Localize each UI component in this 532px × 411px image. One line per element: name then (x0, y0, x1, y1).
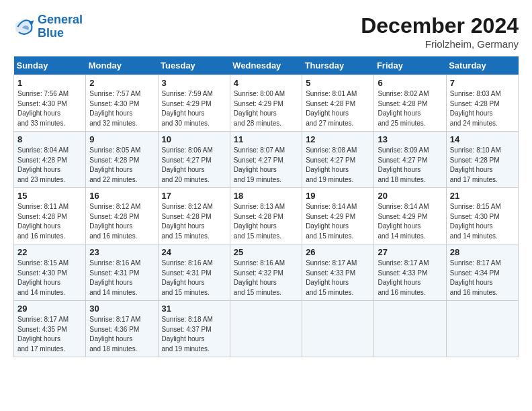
day-cell-22: 22 Sunrise: 8:15 AM Sunset: 4:30 PM Dayl… (14, 244, 86, 301)
day-cell-1: 1 Sunrise: 7:56 AM Sunset: 4:30 PM Dayli… (14, 75, 86, 132)
empty-cell (446, 301, 518, 357)
day-info: Sunrise: 8:12 AM Sunset: 4:28 PM Dayligh… (89, 202, 154, 241)
day-cell-5: 5 Sunrise: 8:01 AM Sunset: 4:28 PM Dayli… (302, 75, 374, 132)
col-header-sunday: Sunday (14, 56, 86, 75)
day-info: Sunrise: 8:16 AM Sunset: 4:31 PM Dayligh… (89, 259, 154, 298)
day-number: 23 (89, 247, 154, 257)
day-cell-30: 30 Sunrise: 8:17 AM Sunset: 4:36 PM Dayl… (86, 301, 158, 357)
day-cell-23: 23 Sunrise: 8:16 AM Sunset: 4:31 PM Dayl… (86, 244, 158, 301)
day-info: Sunrise: 8:03 AM Sunset: 4:28 PM Dayligh… (450, 89, 515, 128)
day-info: Sunrise: 8:08 AM Sunset: 4:27 PM Dayligh… (306, 146, 370, 185)
day-info: Sunrise: 8:17 AM Sunset: 4:33 PM Dayligh… (306, 259, 370, 298)
day-cell-14: 14 Sunrise: 8:10 AM Sunset: 4:28 PM Dayl… (446, 132, 518, 188)
day-number: 9 (89, 134, 154, 144)
day-number: 13 (378, 134, 442, 144)
day-cell-28: 28 Sunrise: 8:17 AM Sunset: 4:34 PM Dayl… (446, 244, 518, 301)
calendar-header-row: SundayMondayTuesdayWednesdayThursdayFrid… (14, 56, 519, 75)
day-info: Sunrise: 8:13 AM Sunset: 4:28 PM Dayligh… (234, 202, 298, 241)
day-info: Sunrise: 7:57 AM Sunset: 4:30 PM Dayligh… (89, 89, 154, 128)
day-cell-18: 18 Sunrise: 8:13 AM Sunset: 4:28 PM Dayl… (230, 188, 302, 244)
week-row-1: 1 Sunrise: 7:56 AM Sunset: 4:30 PM Dayli… (14, 75, 519, 132)
day-info: Sunrise: 8:14 AM Sunset: 4:29 PM Dayligh… (378, 202, 442, 241)
day-info: Sunrise: 8:00 AM Sunset: 4:29 PM Dayligh… (234, 89, 298, 128)
day-number: 31 (162, 304, 226, 314)
day-info: Sunrise: 8:15 AM Sunset: 4:30 PM Dayligh… (450, 202, 515, 241)
day-info: Sunrise: 8:14 AM Sunset: 4:29 PM Dayligh… (306, 202, 370, 241)
day-number: 3 (162, 78, 226, 88)
day-cell-2: 2 Sunrise: 7:57 AM Sunset: 4:30 PM Dayli… (86, 75, 158, 132)
day-cell-20: 20 Sunrise: 8:14 AM Sunset: 4:29 PM Dayl… (374, 188, 446, 244)
day-info: Sunrise: 8:10 AM Sunset: 4:28 PM Dayligh… (450, 146, 515, 185)
logo: General Blue (13, 13, 83, 40)
day-number: 15 (17, 191, 82, 201)
day-number: 6 (378, 78, 442, 88)
logo-general: General (38, 13, 83, 26)
day-cell-12: 12 Sunrise: 8:08 AM Sunset: 4:27 PM Dayl… (302, 132, 374, 188)
day-cell-26: 26 Sunrise: 8:17 AM Sunset: 4:33 PM Dayl… (302, 244, 374, 301)
day-info: Sunrise: 8:17 AM Sunset: 4:35 PM Dayligh… (17, 315, 82, 354)
day-info: Sunrise: 8:15 AM Sunset: 4:30 PM Dayligh… (17, 259, 82, 298)
week-row-4: 22 Sunrise: 8:15 AM Sunset: 4:30 PM Dayl… (14, 244, 519, 301)
day-number: 30 (89, 304, 154, 314)
day-info: Sunrise: 8:12 AM Sunset: 4:28 PM Dayligh… (162, 202, 226, 241)
day-cell-24: 24 Sunrise: 8:16 AM Sunset: 4:31 PM Dayl… (158, 244, 230, 301)
page-header: General Blue December 2024 Friolzheim, G… (13, 13, 519, 50)
day-cell-19: 19 Sunrise: 8:14 AM Sunset: 4:29 PM Dayl… (302, 188, 374, 244)
day-info: Sunrise: 8:17 AM Sunset: 4:34 PM Dayligh… (450, 259, 515, 298)
day-cell-17: 17 Sunrise: 8:12 AM Sunset: 4:28 PM Dayl… (158, 188, 230, 244)
day-number: 8 (17, 134, 82, 144)
day-number: 11 (234, 134, 298, 144)
day-info: Sunrise: 8:04 AM Sunset: 4:28 PM Dayligh… (17, 146, 82, 185)
month-title: December 2024 (361, 13, 519, 38)
day-info: Sunrise: 8:18 AM Sunset: 4:37 PM Dayligh… (162, 315, 226, 354)
day-number: 10 (162, 134, 226, 144)
empty-cell (230, 301, 302, 357)
logo-icon (13, 16, 35, 38)
day-number: 24 (162, 247, 226, 257)
col-header-saturday: Saturday (446, 56, 518, 75)
day-number: 26 (306, 247, 370, 257)
day-cell-4: 4 Sunrise: 8:00 AM Sunset: 4:29 PM Dayli… (230, 75, 302, 132)
logo-text: General Blue (38, 13, 83, 40)
day-number: 28 (450, 247, 515, 257)
col-header-tuesday: Tuesday (158, 56, 230, 75)
title-block: December 2024 Friolzheim, Germany (361, 13, 519, 50)
day-number: 7 (450, 78, 515, 88)
col-header-monday: Monday (86, 56, 158, 75)
day-number: 5 (306, 78, 370, 88)
day-cell-16: 16 Sunrise: 8:12 AM Sunset: 4:28 PM Dayl… (86, 188, 158, 244)
day-cell-10: 10 Sunrise: 8:06 AM Sunset: 4:27 PM Dayl… (158, 132, 230, 188)
empty-cell (302, 301, 374, 357)
day-number: 4 (234, 78, 298, 88)
day-number: 2 (89, 78, 154, 88)
day-cell-9: 9 Sunrise: 8:05 AM Sunset: 4:28 PM Dayli… (86, 132, 158, 188)
day-cell-13: 13 Sunrise: 8:09 AM Sunset: 4:27 PM Dayl… (374, 132, 446, 188)
col-header-thursday: Thursday (302, 56, 374, 75)
day-number: 20 (378, 191, 442, 201)
day-number: 16 (89, 191, 154, 201)
day-number: 21 (450, 191, 515, 201)
day-cell-29: 29 Sunrise: 8:17 AM Sunset: 4:35 PM Dayl… (14, 301, 86, 357)
day-number: 27 (378, 247, 442, 257)
calendar-table: SundayMondayTuesdayWednesdayThursdayFrid… (13, 56, 519, 357)
day-number: 19 (306, 191, 370, 201)
col-header-wednesday: Wednesday (230, 56, 302, 75)
day-number: 12 (306, 134, 370, 144)
week-row-5: 29 Sunrise: 8:17 AM Sunset: 4:35 PM Dayl… (14, 301, 519, 357)
location: Friolzheim, Germany (361, 38, 519, 50)
day-number: 22 (17, 247, 82, 257)
day-info: Sunrise: 8:05 AM Sunset: 4:28 PM Dayligh… (89, 146, 154, 185)
empty-cell (374, 301, 446, 357)
day-cell-11: 11 Sunrise: 8:07 AM Sunset: 4:27 PM Dayl… (230, 132, 302, 188)
day-cell-7: 7 Sunrise: 8:03 AM Sunset: 4:28 PM Dayli… (446, 75, 518, 132)
logo-blue: Blue (38, 27, 83, 40)
week-row-3: 15 Sunrise: 8:11 AM Sunset: 4:28 PM Dayl… (14, 188, 519, 244)
day-cell-27: 27 Sunrise: 8:17 AM Sunset: 4:33 PM Dayl… (374, 244, 446, 301)
day-info: Sunrise: 8:17 AM Sunset: 4:33 PM Dayligh… (378, 259, 442, 298)
day-info: Sunrise: 8:07 AM Sunset: 4:27 PM Dayligh… (234, 146, 298, 185)
col-header-friday: Friday (374, 56, 446, 75)
day-cell-15: 15 Sunrise: 8:11 AM Sunset: 4:28 PM Dayl… (14, 188, 86, 244)
day-number: 25 (234, 247, 298, 257)
day-info: Sunrise: 8:02 AM Sunset: 4:28 PM Dayligh… (378, 89, 442, 128)
day-info: Sunrise: 7:56 AM Sunset: 4:30 PM Dayligh… (17, 89, 82, 128)
